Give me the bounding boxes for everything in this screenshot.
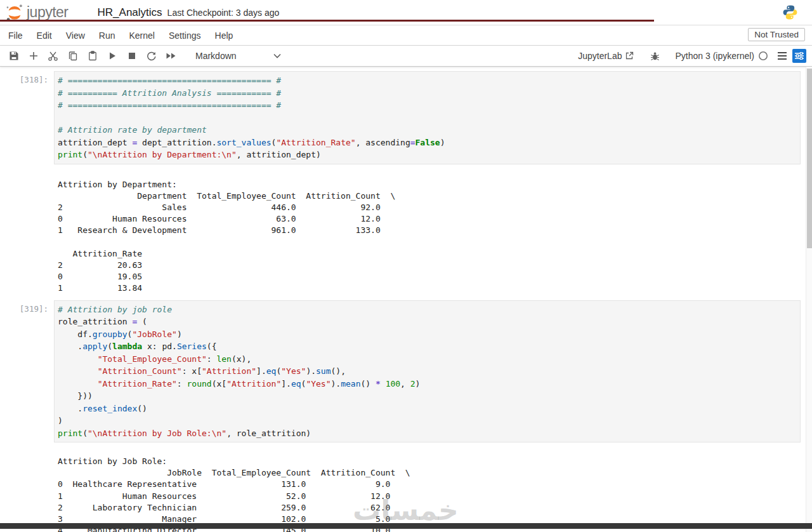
add-cell-button[interactable] bbox=[24, 48, 43, 64]
stop-icon bbox=[128, 52, 136, 60]
cell-prompt: [319]: bbox=[0, 300, 54, 443]
sliders-icon bbox=[795, 52, 804, 60]
cell-type-label: Markdown bbox=[195, 51, 237, 61]
jupyter-logo[interactable]: jupyter bbox=[5, 3, 69, 22]
cell-prompt: [318]: bbox=[0, 71, 54, 164]
jupyterlab-label: JupyterLab bbox=[578, 51, 622, 61]
not-trusted-button[interactable]: Not Trusted bbox=[748, 28, 805, 41]
restart-kernel-button[interactable] bbox=[142, 48, 160, 64]
copy-icon bbox=[68, 51, 78, 61]
toolbar: Markdown JupyterLab Python 3 (ipykernel) bbox=[0, 46, 812, 67]
copy-cells-button[interactable] bbox=[63, 48, 82, 64]
menu-bar: File Edit View Run Kernel Settings Help … bbox=[0, 25, 812, 46]
menu-view[interactable]: View bbox=[59, 27, 92, 44]
python-logo-icon bbox=[782, 4, 798, 20]
paste-cells-button[interactable] bbox=[83, 48, 102, 64]
kernel-status-indicator[interactable] bbox=[758, 51, 768, 61]
main-menu-icon[interactable] bbox=[777, 51, 787, 60]
menu-settings[interactable]: Settings bbox=[162, 27, 208, 44]
menu-run[interactable]: Run bbox=[92, 27, 122, 44]
kernel-name[interactable]: Python 3 (ipykernel) bbox=[675, 51, 754, 61]
video-progress-line bbox=[0, 20, 654, 22]
scissors-icon bbox=[48, 51, 58, 62]
restart-icon bbox=[147, 51, 157, 61]
fast-forward-icon bbox=[166, 51, 176, 60]
code-cell-318: [318]: # ===============================… bbox=[0, 71, 801, 164]
save-icon bbox=[9, 51, 19, 61]
jupyterlab-link[interactable]: JupyterLab bbox=[578, 51, 634, 61]
debugger-bug-icon[interactable] bbox=[650, 51, 660, 61]
jupyter-logo-icon bbox=[5, 3, 24, 22]
menu-kernel[interactable]: Kernel bbox=[122, 27, 161, 44]
notebook-title[interactable]: HR_Analytics bbox=[98, 6, 162, 19]
toolbar-right-group: JupyterLab Python 3 (ipykernel) bbox=[578, 49, 806, 63]
code-cell-editor[interactable]: # Attrition by job rolerole_attrition = … bbox=[54, 300, 801, 443]
code-cell-editor[interactable]: # ======================================… bbox=[54, 71, 801, 164]
scrollbar-thumb[interactable] bbox=[807, 69, 812, 248]
external-link-icon bbox=[625, 51, 634, 60]
cut-cells-button[interactable] bbox=[44, 48, 62, 64]
khamsat-watermark: خمسات bbox=[353, 494, 459, 526]
interrupt-kernel-button[interactable] bbox=[122, 48, 141, 64]
title-bar: jupyter HR_Analytics Last Checkpoint: 3 … bbox=[0, 0, 812, 25]
code-cell-319: [319]: # Attrition by job rolerole_attri… bbox=[0, 300, 801, 443]
menu-help[interactable]: Help bbox=[208, 27, 240, 44]
run-all-cells-button[interactable] bbox=[162, 48, 180, 64]
menu-file[interactable]: File bbox=[1, 27, 30, 44]
chevron-down-icon bbox=[273, 53, 281, 58]
notebook-panel: [318]: # ===============================… bbox=[0, 67, 806, 532]
save-button[interactable] bbox=[4, 48, 23, 64]
paste-icon bbox=[88, 51, 98, 61]
jupyter-wordmark: jupyter bbox=[27, 4, 69, 21]
scrollbar[interactable] bbox=[806, 67, 812, 532]
menu-edit[interactable]: Edit bbox=[30, 27, 59, 44]
plus-icon bbox=[29, 51, 39, 61]
video-seek-bar bbox=[0, 523, 812, 529]
run-cell-button[interactable] bbox=[103, 48, 121, 64]
cell-output: Attrition by Department: Department Tota… bbox=[58, 179, 806, 295]
panel-toggle-button[interactable] bbox=[792, 49, 806, 63]
cell-type-select[interactable]: Markdown bbox=[195, 51, 281, 61]
last-checkpoint: Last Checkpoint: 3 days ago bbox=[167, 8, 280, 18]
run-icon bbox=[108, 51, 117, 60]
